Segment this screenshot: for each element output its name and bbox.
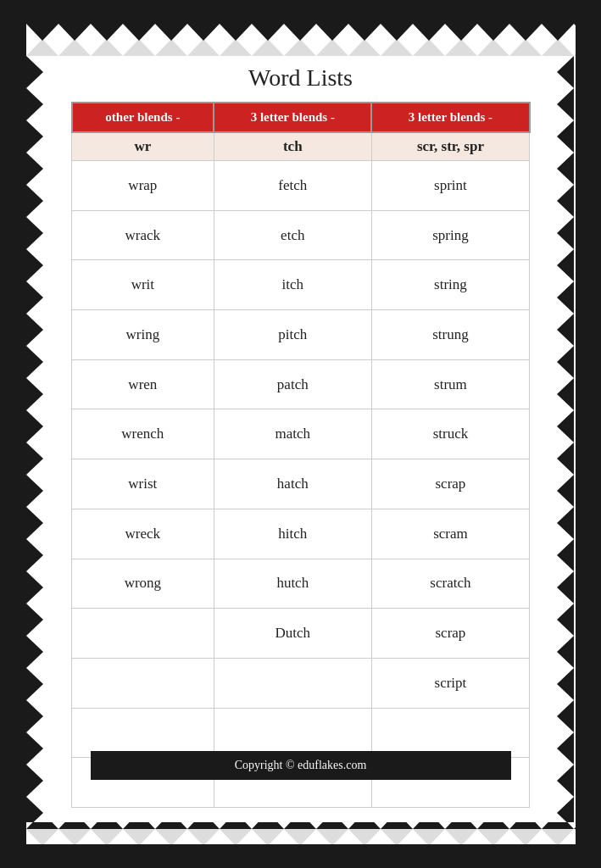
table-cell bbox=[214, 708, 371, 758]
table-cell: wren bbox=[72, 359, 214, 409]
table-cell: patch bbox=[214, 359, 371, 409]
table-row: wrenchmatchstruck bbox=[72, 409, 530, 459]
table-cell: wrap bbox=[72, 161, 214, 211]
table-cell: fetch bbox=[214, 161, 371, 211]
table-cell: wrong bbox=[72, 559, 214, 609]
table-cell: strum bbox=[371, 359, 529, 409]
table-cell: etch bbox=[214, 210, 371, 260]
table-row: wracketchspring bbox=[72, 210, 530, 260]
table-cell: spring bbox=[371, 210, 529, 260]
table-cell: itch bbox=[214, 260, 371, 310]
table-row: wristhatchscrap bbox=[72, 459, 530, 509]
table-row: Dutchscrap bbox=[72, 609, 530, 659]
table-cell: scrap bbox=[371, 459, 529, 509]
table-cell: hutch bbox=[214, 559, 371, 609]
table-cell bbox=[214, 658, 371, 708]
word-table: other blends - 3 letter blends - 3 lette… bbox=[71, 102, 531, 808]
subheader-2: tch bbox=[214, 132, 371, 161]
svg-rect-8 bbox=[26, 56, 58, 822]
table-cell: string bbox=[371, 260, 529, 310]
table-cell: hatch bbox=[214, 459, 371, 509]
table-cell: writ bbox=[72, 260, 214, 310]
table-cell: sprint bbox=[371, 161, 529, 211]
table-cell: pitch bbox=[214, 310, 371, 360]
table-cell: script bbox=[371, 658, 529, 708]
col-header-3: 3 letter blends - bbox=[371, 103, 529, 132]
table-cell: scratch bbox=[371, 559, 529, 609]
svg-rect-9 bbox=[554, 56, 576, 822]
table-row: wringpitchstrung bbox=[72, 310, 530, 360]
table-cell: scram bbox=[371, 509, 529, 559]
table-row: wrenpatchstrum bbox=[72, 359, 530, 409]
table-cell bbox=[72, 609, 214, 659]
page-title: Word Lists bbox=[71, 64, 531, 92]
svg-rect-6 bbox=[26, 24, 576, 56]
subheader-3: scr, str, spr bbox=[371, 132, 529, 161]
table-cell: scrap bbox=[371, 609, 529, 659]
table-row: writitchstring bbox=[72, 260, 530, 310]
table-cell bbox=[72, 658, 214, 708]
table-cell: match bbox=[214, 409, 371, 459]
table-cell: wrench bbox=[72, 409, 214, 459]
table-cell: Dutch bbox=[214, 609, 371, 659]
col-header-2: 3 letter blends - bbox=[214, 103, 371, 132]
table-cell: hitch bbox=[214, 509, 371, 559]
page: Word Lists other blends - 3 letter blend… bbox=[21, 19, 581, 849]
table-cell bbox=[72, 708, 214, 758]
subheader-1: wr bbox=[72, 132, 214, 161]
table-cell: wrack bbox=[72, 210, 214, 260]
table-cell: strung bbox=[371, 310, 529, 360]
table-row: wreckhitchscram bbox=[72, 509, 530, 559]
table-cell bbox=[371, 708, 529, 758]
footer: Copyright © eduflakes.com bbox=[91, 751, 511, 780]
table-cell: wring bbox=[72, 310, 214, 360]
table-cell: wrist bbox=[72, 459, 214, 509]
content-area: Word Lists other blends - 3 letter blend… bbox=[58, 56, 543, 812]
col-header-1: other blends - bbox=[72, 103, 214, 132]
table-row bbox=[72, 708, 530, 758]
svg-rect-7 bbox=[26, 822, 576, 844]
table-row: wrapfetchsprint bbox=[72, 161, 530, 211]
table-cell: wreck bbox=[72, 509, 214, 559]
table-row: script bbox=[72, 658, 530, 708]
footer-text: Copyright © eduflakes.com bbox=[235, 759, 367, 772]
table-cell: struck bbox=[371, 409, 529, 459]
table-row: wronghutchscratch bbox=[72, 559, 530, 609]
